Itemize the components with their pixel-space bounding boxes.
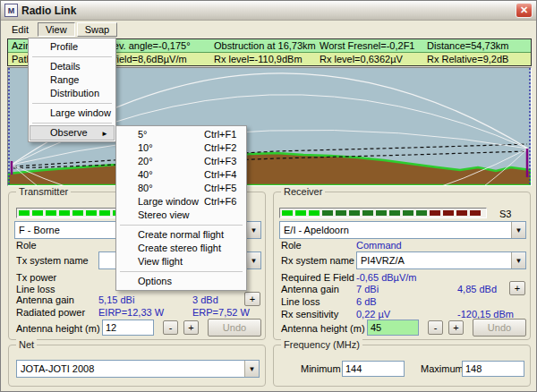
rx-sensitivity-label: Rx sensitivity	[281, 309, 338, 320]
tx-antenna-gain-label: Antenna gain	[16, 294, 74, 305]
net-caption: Net	[16, 339, 37, 350]
menu-item-distribution[interactable]: Distribution	[30, 87, 114, 100]
rx-station-select[interactable]: E/I - Apeldoorn ▼	[279, 221, 526, 239]
rx-required-e-field-value: -0,65 dBµV/m	[356, 272, 416, 283]
tx-gain-plus-button[interactable]: +	[244, 292, 260, 306]
tx-height-minus-button[interactable]: -	[163, 320, 178, 335]
submenu-shortcut: Ctrl+F1	[204, 128, 236, 141]
close-button[interactable]: ✕	[516, 3, 533, 18]
tx-power-label: Tx power	[16, 272, 56, 283]
submenu-shortcut: Ctrl+F4	[204, 168, 236, 182]
frequency-minimum-label: Minimum	[301, 363, 341, 374]
info-worst-fresnel: Worst Fresnel=-0,2F1	[316, 40, 423, 51]
rx-system-label: Rx system name	[281, 255, 354, 266]
s-meter-label: S3	[499, 209, 511, 219]
frequency-maximum-label: Maximum	[421, 363, 464, 374]
chevron-down-icon[interactable]: ▼	[511, 252, 525, 268]
chevron-down-icon[interactable]: ▼	[246, 252, 260, 268]
submenu-label: Create normal flight	[138, 229, 224, 240]
submenu-arrow-icon: ►	[101, 127, 108, 141]
rx-antenna-height-label: Antenna height (m)	[281, 323, 365, 334]
submenu-label: View flight	[138, 256, 183, 267]
info-rx-relative: Rx Relative=9,2dB	[423, 54, 531, 64]
menu-separator	[120, 271, 243, 272]
rx-role-value: Command	[356, 240, 402, 251]
rx-system-select[interactable]: PI4VRZ/A ▼	[356, 251, 526, 269]
rx-sensitivity-uv: 0,22 µV	[356, 309, 390, 320]
info-elev-angle: Elev. angle=-0,175°	[101, 40, 210, 51]
menu-separator	[32, 56, 112, 57]
submenu-item-stereo-view[interactable]: Stereo view	[118, 209, 244, 222]
submenu-label: Large window	[138, 196, 199, 207]
rx-height-minus-button[interactable]: -	[428, 320, 443, 335]
submenu-item-10deg[interactable]: 10° Ctrl+F2	[118, 141, 244, 155]
menu-separator	[32, 103, 112, 104]
rx-height-plus-button[interactable]: +	[448, 320, 464, 335]
app-icon: M	[4, 4, 18, 17]
submenu-shortcut: Ctrl+F5	[204, 182, 236, 195]
receiver-panel: Receiver S3 E/I - Apeldoorn ▼ Role Comma…	[273, 192, 531, 340]
menu-edit[interactable]: Edit	[4, 23, 36, 36]
receiver-caption: Receiver	[281, 186, 325, 197]
submenu-item-20deg[interactable]: 20° Ctrl+F3	[118, 155, 244, 168]
submenu-item-create-stereo-flight[interactable]: Create stereo flight	[118, 242, 244, 255]
submenu-label: Create stereo flight	[138, 243, 221, 253]
rx-station-value: E/I - Apeldoorn	[280, 225, 511, 235]
info-distance: Distance=54,73km	[423, 40, 531, 51]
rx-undo-button[interactable]: Undo	[473, 319, 526, 337]
tx-erp: ERP=7,52 W	[192, 307, 250, 318]
window-title: Radio Link	[21, 4, 516, 17]
submenu-item-80deg[interactable]: 80° Ctrl+F5	[118, 182, 244, 195]
rx-line-loss-value: 6 dB	[356, 296, 377, 307]
tx-role-label: Role	[16, 240, 37, 251]
menu-item-profile[interactable]: Profile	[30, 40, 114, 54]
tx-antenna-height-input[interactable]	[102, 320, 154, 336]
submenu-item-view-flight[interactable]: View flight	[118, 255, 244, 268]
submenu-label: 5°	[138, 129, 148, 140]
submenu-shortcut: Ctrl+F3	[204, 155, 236, 168]
rx-antenna-height-input[interactable]	[367, 320, 419, 336]
chevron-down-icon[interactable]: ▼	[244, 361, 259, 377]
chevron-down-icon[interactable]: ▼	[511, 222, 525, 238]
observe-submenu: 5° Ctrl+F1 10° Ctrl+F2 20° Ctrl+F3 40° C…	[115, 125, 247, 291]
tx-gain-dbd: 3 dBd	[192, 294, 218, 305]
menu-item-range[interactable]: Range	[30, 73, 114, 87]
rx-gain-dbd: 4,85 dBd	[457, 284, 497, 294]
submenu-label: 20°	[138, 156, 153, 166]
tx-eirp: EIRP=12,33 W	[98, 307, 164, 318]
tx-radiated-power-label: Radiated power	[16, 307, 85, 318]
frequency-minimum-input[interactable]	[342, 361, 405, 377]
menu-swap[interactable]: Swap	[77, 22, 118, 37]
chevron-down-icon[interactable]: ▼	[246, 222, 260, 238]
menu-item-large-window[interactable]: Large window	[30, 107, 114, 120]
submenu-label: Options	[138, 276, 172, 286]
info-rx-level-dbm: Rx level=-110,9dBm	[210, 54, 316, 64]
submenu-item-large-window[interactable]: Large window Ctrl+F6	[118, 195, 244, 209]
info-e-field: E field=8,6dBµV/m	[101, 54, 210, 64]
tx-undo-button[interactable]: Undo	[208, 319, 261, 337]
tx-height-plus-button[interactable]: +	[183, 320, 199, 335]
submenu-label: 80°	[138, 183, 153, 193]
frequency-caption: Frequency (MHz)	[281, 339, 362, 350]
net-value: JOTA-JOTI 2008	[17, 363, 244, 374]
tx-gain-dbi: 5,15 dBi	[98, 294, 134, 305]
submenu-item-5deg[interactable]: 5° Ctrl+F1	[118, 128, 244, 141]
menu-item-observe[interactable]: Observe ►	[30, 126, 114, 140]
submenu-label: 10°	[138, 142, 153, 153]
menu-separator	[32, 123, 112, 124]
titlebar: M Radio Link ✕	[1, 1, 536, 21]
submenu-label: 40°	[138, 169, 153, 180]
rx-gain-plus-button[interactable]: +	[509, 281, 525, 295]
menu-view[interactable]: View	[38, 22, 75, 37]
menu-item-details[interactable]: Details	[30, 60, 114, 73]
submenu-item-create-normal-flight[interactable]: Create normal flight	[118, 228, 244, 242]
rx-signal-meter	[279, 208, 487, 218]
menubar: Edit View Swap	[1, 21, 536, 38]
submenu-shortcut: Ctrl+F6	[204, 195, 236, 209]
submenu-item-40deg[interactable]: 40° Ctrl+F4	[118, 168, 244, 182]
rx-gain-dbi: 7 dBi	[356, 284, 379, 294]
net-select[interactable]: JOTA-JOTI 2008 ▼	[16, 360, 260, 378]
frequency-maximum-input[interactable]	[462, 361, 524, 377]
transmitter-caption: Transmitter	[16, 186, 71, 197]
submenu-item-options[interactable]: Options	[118, 275, 244, 288]
